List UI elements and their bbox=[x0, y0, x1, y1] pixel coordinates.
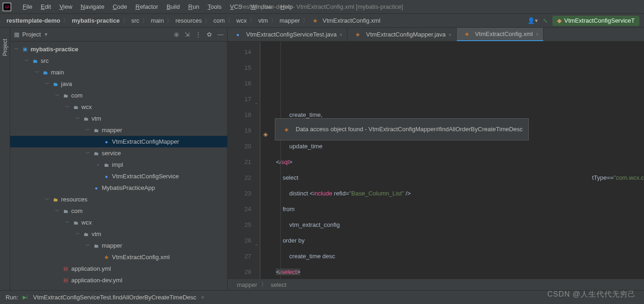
tree-row[interactable]: ﹀🖿src bbox=[10, 55, 227, 67]
tree-row[interactable]: ﹀🖿mapper bbox=[10, 240, 227, 251]
tree-row[interactable]: ﹀🖿vtm bbox=[10, 113, 227, 124]
tree-label: mapper bbox=[102, 127, 122, 134]
tree-label: application-dev.yml bbox=[71, 277, 122, 284]
crumb-vtm[interactable]: vtm bbox=[256, 17, 270, 24]
menu-run[interactable]: Run bbox=[184, 3, 204, 10]
run-config-name[interactable]: VtmExtractConfigServiceTest.findAllOrder… bbox=[33, 294, 196, 301]
menu-refactor[interactable]: Refactor bbox=[131, 3, 162, 10]
tree-row[interactable]: ﹀🖿resources bbox=[10, 194, 227, 205]
run-config-pill[interactable]: ◆ VtmExtractConfigServiceT bbox=[552, 16, 639, 26]
menu-view[interactable]: View bbox=[55, 3, 76, 10]
code-line[interactable]: order by bbox=[269, 233, 644, 249]
crumb-com[interactable]: com bbox=[211, 17, 227, 24]
chevron-down-icon[interactable]: ﹀ bbox=[75, 116, 80, 122]
code-line[interactable]: create_time desc bbox=[269, 249, 644, 264]
tree-row[interactable]: ◈VtmExtractConfig.xml bbox=[10, 251, 227, 263]
code-line[interactable]: </sql> bbox=[269, 154, 644, 170]
code-line[interactable]: </select> bbox=[269, 264, 644, 279]
chevron-down-icon[interactable]: ﹀ bbox=[14, 46, 19, 53]
crumb-resttemplate-demo[interactable]: resttemplate-demo bbox=[5, 17, 62, 24]
tree-row[interactable]: ﹀🖿wcx bbox=[10, 101, 227, 113]
line-number: 26 bbox=[230, 233, 251, 249]
line-number: 18 bbox=[230, 107, 251, 123]
gear-icon[interactable]: ✿ bbox=[207, 31, 212, 38]
fold-icon[interactable]: ⌃ bbox=[254, 238, 258, 254]
user-icon[interactable]: 👤▾ bbox=[527, 17, 538, 24]
chevron-down-icon[interactable]: ﹀ bbox=[34, 69, 40, 76]
project-tree[interactable]: ﹀▣mybatis-practice﹀🖿src﹀🖿main﹀🖿java﹀🖿com… bbox=[10, 42, 227, 290]
editor-tab[interactable]: ◈VtmExtractConfig.xml× bbox=[457, 28, 544, 41]
editor-tabs: ●VtmExtractConfigServiceTest.java×◈VtmEx… bbox=[228, 28, 644, 42]
menu-file[interactable]: File bbox=[19, 3, 37, 10]
tree-row[interactable]: ●VtmExtractConfigMapper bbox=[10, 136, 227, 147]
tree-row[interactable]: ▤application.yml bbox=[10, 263, 227, 274]
collapse-icon[interactable]: ⋮ bbox=[195, 31, 201, 38]
chevron-down-icon[interactable]: ﹀ bbox=[55, 92, 60, 99]
run-play-icon[interactable]: ▶⁞ bbox=[23, 294, 28, 300]
tree-label: java bbox=[61, 80, 72, 87]
code-line[interactable]: distinct <include refid="Base_Column_Lis… bbox=[269, 186, 644, 201]
tree-row[interactable]: ﹀🖿java bbox=[10, 78, 227, 90]
chevron-down-icon[interactable]: ﹀ bbox=[75, 231, 80, 237]
crumb-resources[interactable]: resources bbox=[173, 17, 204, 24]
chevron-down-icon[interactable]: ﹀ bbox=[44, 81, 50, 87]
fold-icon[interactable]: ⌃ bbox=[254, 97, 258, 113]
tree-label: VtmExtractConfigMapper bbox=[112, 138, 179, 145]
breadcrumb: resttemplate-demo〉mybatis-practice〉src〉m… bbox=[5, 17, 302, 25]
chevron-down-icon[interactable]: ﹀ bbox=[44, 196, 50, 203]
crumb-mybatis-practice[interactable]: mybatis-practice bbox=[70, 17, 121, 24]
crumb-wcx[interactable]: wcx bbox=[235, 17, 248, 24]
editor-bc-1[interactable]: select bbox=[271, 281, 286, 288]
crumb-mapper[interactable]: mapper bbox=[278, 17, 302, 24]
tree-row[interactable]: ﹀🖿com bbox=[10, 205, 227, 217]
code-line[interactable]: update_time bbox=[269, 139, 644, 154]
close-icon[interactable]: × bbox=[201, 294, 204, 301]
close-icon[interactable]: × bbox=[448, 32, 451, 37]
chevron-down-icon[interactable]: ▼ bbox=[43, 32, 48, 37]
build-icon[interactable]: ⤡ bbox=[543, 17, 548, 24]
rail-project-tab[interactable]: Project bbox=[2, 37, 8, 58]
code-body[interactable]: create_time, update_by, update_time </sq… bbox=[260, 42, 644, 279]
tree-row[interactable]: ﹀🖿service bbox=[10, 147, 227, 159]
editor-bc-0[interactable]: mapper bbox=[237, 281, 257, 288]
close-icon[interactable]: × bbox=[536, 31, 539, 37]
chevron-down-icon[interactable]: ﹀ bbox=[85, 150, 91, 157]
editor-tab[interactable]: ●VtmExtractConfigServiceTest.java× bbox=[228, 28, 347, 41]
hide-icon[interactable]: — bbox=[217, 31, 223, 38]
menu-tools[interactable]: Tools bbox=[204, 3, 226, 10]
chevron-down-icon[interactable]: ﹀ bbox=[85, 243, 91, 249]
expand-icon[interactable]: ⇲ bbox=[185, 31, 190, 38]
breadcrumb-file[interactable]: ◈ VtmExtractConfig.xml bbox=[310, 17, 380, 24]
tree-row[interactable]: ﹀🖿com bbox=[10, 90, 227, 101]
tree-row[interactable]: ●VtmExtractConfigService bbox=[10, 170, 227, 182]
code-line[interactable]: vtm_extract_config bbox=[269, 217, 644, 233]
tree-row[interactable]: ﹀🖿main bbox=[10, 67, 227, 78]
locate-icon[interactable]: ⊕ bbox=[174, 31, 179, 38]
tree-row[interactable]: ›🖿impl bbox=[10, 159, 227, 170]
editor-tab[interactable]: ◈VtmExtractConfigMapper.java× bbox=[347, 28, 456, 41]
crumb-main[interactable]: main bbox=[149, 17, 166, 24]
menu-edit[interactable]: Edit bbox=[37, 3, 55, 10]
close-icon[interactable]: × bbox=[340, 32, 342, 37]
code-line[interactable]: select bbox=[269, 170, 644, 186]
code-line[interactable]: from bbox=[269, 201, 644, 217]
menu-navigate[interactable]: Navigate bbox=[76, 3, 108, 10]
tree-row[interactable]: ●MybatisPracticeApp bbox=[10, 182, 227, 194]
chevron-down-icon[interactable]: ﹀ bbox=[85, 127, 91, 134]
tree-row[interactable]: ▤application-dev.yml bbox=[10, 274, 227, 286]
tree-row[interactable]: ﹀🖿vtm bbox=[10, 228, 227, 240]
tree-row[interactable]: ﹀🖿mapper bbox=[10, 124, 227, 136]
chevron-down-icon[interactable]: ﹀ bbox=[65, 219, 70, 226]
chevron-down-icon[interactable]: ﹀ bbox=[65, 104, 70, 110]
menu-code[interactable]: Code bbox=[109, 3, 131, 10]
chevron-down-icon[interactable]: ﹀ bbox=[24, 58, 30, 64]
tree-row[interactable]: ﹀▣mybatis-practice bbox=[10, 43, 227, 55]
tooltip-text: Data access object found - VtmExtractCon… bbox=[296, 122, 523, 137]
crumb-src[interactable]: src bbox=[130, 17, 141, 24]
menu-build[interactable]: Build bbox=[162, 3, 184, 10]
java-icon: ● bbox=[103, 173, 110, 180]
tree-row[interactable]: ﹀🖿wcx bbox=[10, 217, 227, 228]
chevron-right-icon[interactable]: › bbox=[95, 162, 101, 167]
code-area[interactable]: 141516171819202122232425262728⌃⌃◈ create… bbox=[228, 42, 644, 279]
chevron-down-icon[interactable]: ﹀ bbox=[55, 208, 60, 214]
